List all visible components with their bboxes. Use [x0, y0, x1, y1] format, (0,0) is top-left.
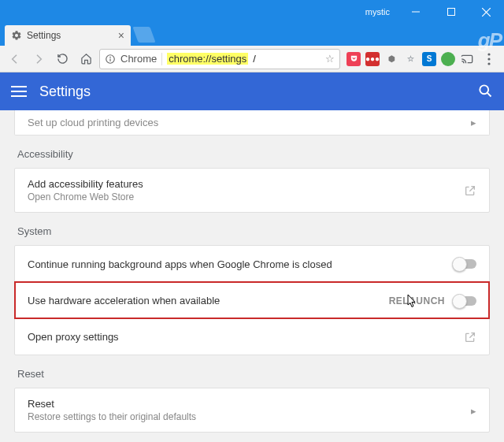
row-label: Use hardware acceleration when available [28, 295, 220, 306]
row-accessibility-features[interactable]: Add accessibility features Open Chrome W… [15, 169, 489, 212]
svg-point-8 [487, 58, 490, 60]
row-reset[interactable]: Reset Restore settings to their original… [15, 388, 489, 432]
external-link-icon [464, 184, 476, 197]
settings-header: Settings [0, 72, 504, 110]
page-title: Settings [39, 84, 465, 100]
new-tab-button[interactable] [132, 27, 155, 43]
home-button[interactable] [76, 49, 96, 69]
row-subtext: Open Chrome Web Store [28, 191, 134, 202]
row-cloud-printing[interactable]: Set up cloud printing devices ▸ [15, 110, 489, 135]
card-printing-peek: Set up cloud printing devices ▸ [14, 110, 490, 136]
browser-tab[interactable]: Settings × [5, 25, 131, 46]
url-highlight: chrome://settings [167, 53, 248, 65]
extensions-row: ●●● ⬢ ☆ S [346, 49, 499, 69]
menu-icon[interactable] [11, 86, 27, 97]
window-titlebar: mystic [0, 0, 504, 24]
row-hardware-acceleration[interactable]: Use hardware acceleration when available… [15, 282, 489, 318]
card-system: Continue running background apps when Go… [14, 245, 490, 355]
window-close-button[interactable] [469, 0, 504, 24]
tab-close-button[interactable]: × [118, 30, 124, 41]
omnibox-divider [161, 53, 162, 65]
section-title-system: System [17, 225, 487, 237]
search-icon[interactable] [477, 83, 493, 101]
star-icon[interactable]: ☆ [325, 53, 335, 65]
row-label: Set up cloud printing devices [28, 117, 158, 128]
address-bar[interactable]: Chrome chrome://settings/ ☆ [99, 49, 340, 69]
section-title-reset: Reset [17, 368, 487, 380]
row-subtext: Restore settings to their original defau… [28, 411, 196, 422]
extension-pocket-icon[interactable] [346, 52, 361, 66]
forward-button[interactable] [28, 49, 49, 69]
svg-point-5 [109, 56, 111, 58]
card-reset: Reset Restore settings to their original… [14, 388, 490, 433]
card-accessibility: Add accessibility features Open Chrome W… [14, 168, 490, 213]
row-background-apps[interactable]: Continue running background apps when Go… [15, 246, 489, 282]
back-button[interactable] [5, 49, 25, 69]
reload-button[interactable] [52, 49, 72, 69]
chrome-menu-button[interactable] [479, 49, 499, 69]
svg-point-7 [487, 53, 490, 55]
extension-red-icon[interactable]: ●●● [365, 52, 380, 66]
site-info-icon[interactable] [105, 54, 116, 65]
toggle-hardware-acceleration[interactable] [453, 296, 476, 306]
extension-green-icon[interactable] [441, 52, 455, 66]
row-label: Continue running background apps when Go… [28, 258, 332, 270]
row-label: Open proxy settings [28, 331, 119, 343]
chevron-right-icon: ▸ [471, 117, 476, 128]
settings-body: Set up cloud printing devices ▸ Accessib… [0, 110, 504, 442]
extension-cast-icon[interactable] [460, 52, 474, 66]
extension-star-icon[interactable]: ☆ [403, 52, 417, 66]
profile-name[interactable]: mystic [365, 7, 390, 17]
origin-chip: Chrome [120, 53, 157, 65]
svg-rect-1 [447, 9, 454, 16]
window-maximize-button[interactable] [433, 0, 469, 24]
browser-toolbar: Chrome chrome://settings/ ☆ ●●● ⬢ ☆ S [0, 46, 504, 72]
relaunch-button[interactable]: RELAUNCH [389, 295, 445, 306]
row-proxy-settings[interactable]: Open proxy settings [15, 318, 489, 355]
extension-grey-icon[interactable]: ⬢ [384, 52, 398, 66]
window-minimize-button[interactable] [398, 0, 433, 24]
toggle-background-apps[interactable] [453, 259, 476, 269]
extension-skype-icon[interactable]: S [422, 52, 436, 66]
tab-title: Settings [27, 30, 61, 41]
svg-line-11 [487, 92, 491, 96]
url-rest: / [253, 53, 256, 65]
svg-rect-6 [109, 58, 110, 61]
external-link-icon [464, 331, 476, 344]
row-label: Add accessibility features [28, 178, 143, 190]
svg-point-10 [480, 85, 488, 94]
tab-strip: Settings × [0, 24, 504, 46]
svg-point-9 [487, 62, 490, 65]
chevron-right-icon: ▸ [471, 404, 476, 416]
gear-icon [11, 30, 22, 41]
section-title-accessibility: Accessibility [17, 148, 487, 160]
row-label: Reset [28, 398, 54, 410]
